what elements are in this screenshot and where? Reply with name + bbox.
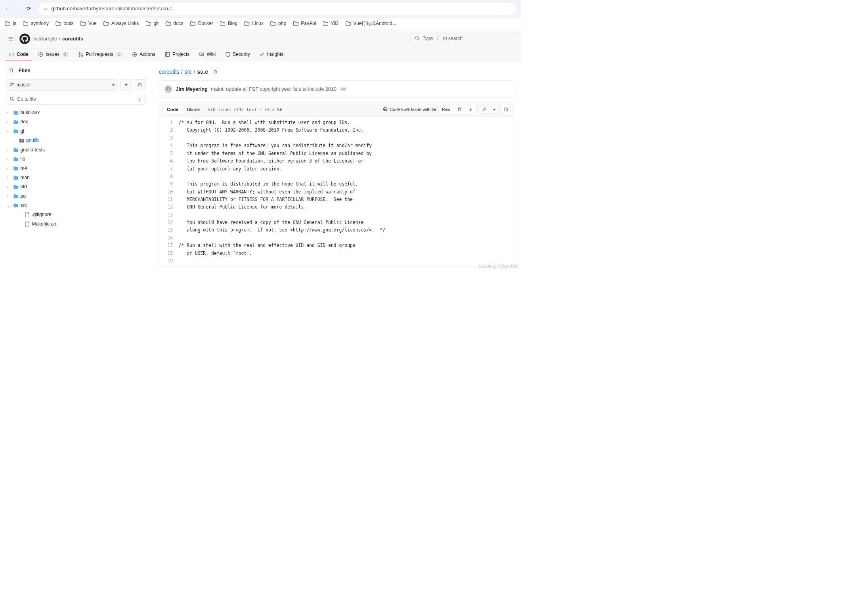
code-line[interactable]: 9 This program is distributed in the hop… (159, 180, 514, 187)
bookmark-item[interactable]: js (5, 21, 16, 26)
line-content[interactable] (179, 257, 514, 264)
tree-item[interactable]: ›man (6, 173, 146, 182)
tree-item[interactable]: ›po (6, 191, 146, 201)
hamburger-menu-button[interactable] (6, 34, 15, 44)
add-file-button[interactable]: + (120, 79, 132, 91)
code-line[interactable]: 16 (159, 234, 514, 241)
line-number[interactable]: 15 (159, 226, 178, 234)
bookmark-item[interactable]: tools (55, 21, 74, 26)
tab-pull-requests[interactable]: Pull requests 1 (75, 48, 126, 61)
chevron-icon[interactable]: › (7, 148, 11, 152)
symbols-panel-button[interactable] (501, 105, 510, 114)
tree-item[interactable]: .gitignore (6, 210, 146, 219)
line-content[interactable]: /* Run a shell with the real and effecti… (179, 241, 514, 249)
code-view[interactable]: 1/* su for GNU. Run a shell with substit… (159, 117, 514, 267)
code-line[interactable]: 13 (159, 211, 514, 218)
tree-item[interactable]: ›lib (6, 154, 146, 163)
forward-button[interactable]: → (16, 6, 22, 12)
line-number[interactable]: 1 (159, 119, 178, 126)
tree-item[interactable]: ›build-aux (6, 108, 146, 117)
code-line[interactable]: 3 (159, 134, 514, 142)
line-content[interactable]: Copyright (C) 1992-2006, 2008-2010 Free … (179, 126, 514, 134)
code-line[interactable]: 5 it under the terms of the GNU General … (159, 149, 514, 157)
code-view-tab[interactable]: Code (163, 105, 183, 114)
line-number[interactable]: 3 (159, 134, 178, 142)
bookmark-item[interactable]: Blog (220, 21, 237, 26)
line-number[interactable]: 14 (159, 218, 178, 226)
code-line[interactable]: 15 along with this program. If not, see … (159, 226, 514, 234)
copy-raw-button[interactable] (454, 105, 465, 114)
line-content[interactable] (179, 234, 514, 241)
tree-item[interactable]: gnulib (6, 136, 146, 145)
tree-item[interactable]: ›gnulib-tests (6, 145, 146, 154)
reload-button[interactable]: ⟳ (27, 6, 31, 12)
line-number[interactable]: 11 (159, 195, 178, 203)
tab-security[interactable]: Security (222, 48, 253, 61)
chevron-icon[interactable]: › (7, 129, 11, 133)
url-bar[interactable]: ⊶ github.com/wertarbyte/coreutils/blob/m… (38, 3, 516, 15)
line-content[interactable]: (at your option) any later version. (179, 165, 514, 172)
line-content[interactable]: of USER, default `root'. (179, 249, 514, 257)
back-button[interactable]: ← (5, 6, 10, 12)
branch-selector[interactable]: master ▾ (6, 79, 119, 91)
bookmark-item[interactable]: PayApi (293, 21, 316, 26)
line-content[interactable]: This program is distributed in the hope … (179, 180, 514, 187)
line-content[interactable]: This program is free software: you can r… (179, 142, 514, 149)
chevron-icon[interactable]: › (7, 120, 11, 124)
repo-name-link[interactable]: coreutils (62, 36, 83, 41)
tree-item[interactable]: ›gl (6, 126, 146, 136)
bookmark-item[interactable]: symfony (23, 21, 49, 26)
line-content[interactable]: but WITHOUT ANY WARRANTY; without even t… (179, 188, 514, 195)
code-line[interactable]: 12 GNU General Public License for more d… (159, 203, 514, 211)
bookmark-item[interactable]: Yii2 (323, 21, 338, 26)
go-to-file-input[interactable]: Go to file t (6, 94, 146, 105)
tab-insights[interactable]: Insights (256, 48, 287, 61)
tab-wiki[interactable]: Wiki (196, 48, 219, 61)
code-line[interactable]: 8 (159, 172, 514, 180)
tab-actions[interactable]: Actions (129, 48, 159, 61)
line-number[interactable]: 12 (159, 203, 178, 211)
tab-code[interactable]: Code (6, 48, 32, 61)
edit-dropdown-button[interactable]: ▾ (490, 105, 499, 113)
copy-path-button[interactable] (212, 68, 219, 75)
code-line[interactable]: 18 of USER, default `root'. (159, 249, 514, 257)
line-number[interactable]: 7 (159, 165, 178, 172)
tree-item[interactable]: ›m4 (6, 164, 146, 173)
bookmark-item[interactable]: php (270, 21, 286, 26)
bookmark-item[interactable]: Vue打包成Android... (345, 20, 396, 27)
code-line[interactable]: 7 (at your option) any later version. (159, 165, 514, 172)
bookmark-item[interactable]: docs (165, 21, 184, 26)
chevron-icon[interactable]: › (7, 194, 11, 198)
line-content[interactable]: it under the terms of the GNU General Pu… (179, 149, 514, 157)
line-number[interactable]: 18 (159, 249, 178, 257)
tab-projects[interactable]: Projects (161, 48, 193, 61)
blame-view-tab[interactable]: Blame (183, 105, 204, 114)
line-number[interactable]: 17 (159, 241, 178, 249)
line-number[interactable]: 9 (159, 180, 178, 187)
line-content[interactable]: /* su for GNU. Run a shell with substitu… (179, 119, 514, 126)
tree-item[interactable]: ⌄src (6, 201, 146, 210)
line-number[interactable]: 16 (159, 234, 178, 241)
download-raw-button[interactable] (465, 105, 476, 114)
line-number[interactable]: 8 (159, 172, 178, 180)
line-content[interactable]: the Free Software Foundation, either ver… (179, 157, 514, 165)
chevron-icon[interactable]: ⌄ (7, 203, 11, 207)
line-number[interactable]: 10 (159, 188, 178, 195)
line-content[interactable] (179, 134, 514, 142)
line-content[interactable]: MERCHANTABILITY or FITNESS FOR A PARTICU… (179, 195, 514, 203)
chevron-icon[interactable]: › (7, 166, 11, 170)
author-avatar[interactable] (164, 85, 172, 93)
search-input[interactable]: Type / to search (411, 33, 515, 44)
tree-item[interactable]: ›doc (6, 117, 146, 126)
crumb-dir-link[interactable]: src (185, 69, 192, 75)
code-line[interactable]: 4 This program is free software: you can… (159, 142, 514, 149)
line-content[interactable]: GNU General Public License for more deta… (179, 203, 514, 211)
line-number[interactable]: 19 (159, 257, 178, 264)
collapse-sidebar-button[interactable] (6, 66, 15, 75)
repo-owner-link[interactable]: wertarbyte (34, 36, 57, 41)
github-logo[interactable] (19, 33, 30, 44)
line-number[interactable]: 5 (159, 149, 178, 157)
line-content[interactable]: You should have received a copy of the G… (179, 218, 514, 226)
bookmark-item[interactable]: Always Links (103, 21, 139, 26)
line-number[interactable]: 13 (159, 211, 178, 218)
